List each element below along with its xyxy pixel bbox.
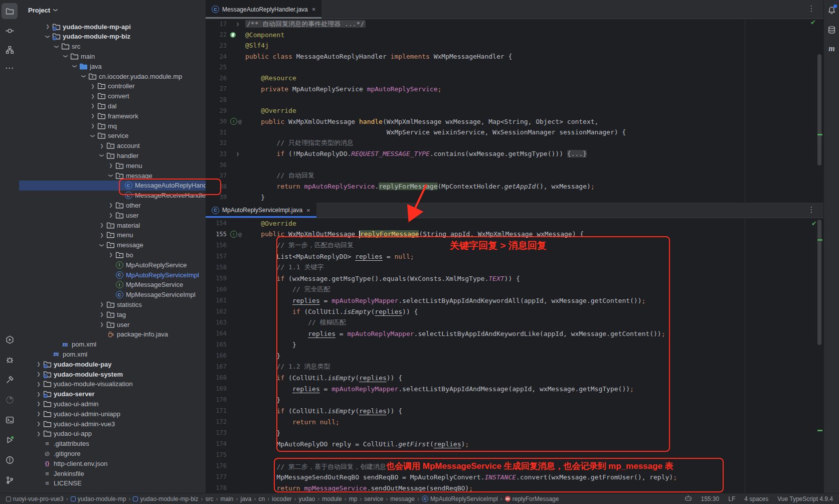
code-line-25[interactable]: 25 (206, 62, 823, 73)
code-line-23[interactable]: 23@Slf4j (206, 40, 823, 51)
tab-message-auto-reply-handler[interactable]: C MessageAutoReplyHandler.java × (206, 0, 321, 19)
tree-item-user[interactable]: ❯user (19, 319, 206, 329)
toolbar-problems-icon[interactable] (2, 452, 18, 468)
tab-mp-auto-reply-service-impl[interactable]: C MpAutoReplyServiceImpl.java × (206, 203, 316, 218)
chevron-collapsed-icon[interactable]: ❯ (89, 94, 97, 99)
tree-item-message[interactable]: ❯message (19, 171, 206, 181)
scrollbar-top[interactable] (817, 54, 821, 165)
chevron-collapsed-icon[interactable]: ❯ (107, 203, 115, 208)
chevron-collapsed-icon[interactable]: ❯ (35, 372, 43, 377)
code-line-174[interactable]: 174 MpAutoReplyDO reply = CollUtil.getFi… (206, 438, 823, 449)
chevron-collapsed-icon[interactable]: ❯ (89, 103, 97, 108)
code-line-156[interactable]: 156 // 第一步，匹配自动回复 (206, 240, 823, 251)
code-line-33[interactable]: 33❯ if (!MpAutoReplyDO.REQUEST_MESSAGE_T… (206, 148, 823, 159)
code-line-17[interactable]: 17❯/** 自动回复消息的事件处理器 ...*/ (206, 19, 823, 30)
code-line-175[interactable]: 175 (206, 449, 823, 460)
chevron-expanded-icon[interactable]: ❯ (99, 151, 104, 159)
tree-item-MessageAutoReplyHandler[interactable]: CMessageAutoReplyHandler (19, 181, 206, 191)
tree-item-tag[interactable]: ❯tag (19, 309, 206, 319)
code-line-38[interactable]: 38 return mpAutoReplyService.replyForMes… (206, 181, 823, 192)
tree-item-yudao-server[interactable]: ❯yudao-server (19, 389, 206, 399)
code-line-160[interactable]: 160 // 完全匹配 (206, 284, 823, 295)
chevron-expanded-icon[interactable]: ❯ (90, 132, 95, 140)
chevron-collapsed-icon[interactable]: ❯ (35, 392, 43, 397)
tree-item-account[interactable]: ❯account (19, 141, 206, 151)
chevron-collapsed-icon[interactable]: ❯ (98, 312, 106, 317)
code-line-32[interactable]: 32 // 只处理指定类型的消息 (206, 138, 823, 149)
breadcrumb-yudao[interactable]: yudao (299, 495, 315, 502)
tree-item-yudao-ui-app[interactable]: ❯yudao-ui-app (19, 429, 206, 439)
tree-item-statistics[interactable]: ❯statistics (19, 299, 206, 309)
tree-item-MpMessageServiceImpl[interactable]: CMpMessageServiceImpl (19, 290, 206, 300)
code-line-28[interactable]: 28 (206, 94, 823, 105)
code-line-30[interactable]: 30↑@ public WxMpXmlOutMessage handle(WxM… (206, 116, 823, 127)
tree-item-MessageReceiveHandler[interactable]: CMessageReceiveHandler (19, 191, 206, 201)
code-line-176[interactable]: 176 // 第二步，基于自动回复，创建消息也会调用 MpMessageServ… (206, 460, 823, 471)
file-type[interactable]: Vue TypeScript 4.9.4 (777, 495, 833, 502)
code-line-29[interactable]: 29 @Override (206, 105, 823, 116)
chevron-collapsed-icon[interactable]: ❯ (98, 302, 106, 307)
tree-item-service[interactable]: ❯service (19, 131, 206, 141)
toolbar-build-icon[interactable] (2, 372, 18, 388)
tree-item-dal[interactable]: ❯dal (19, 101, 206, 111)
tree-item-other[interactable]: ❯other (19, 200, 206, 210)
code-line-39[interactable]: 39 } (206, 192, 823, 203)
tree-item-yudao-module-mp-biz[interactable]: ❯yudao-module-mp-biz (19, 32, 206, 42)
breadcrumb-module[interactable]: module (322, 495, 342, 502)
tree-item-LICENSE[interactable]: ≡LICENSE (19, 478, 206, 488)
toolbar-commit-icon[interactable] (2, 23, 18, 39)
code-line-157[interactable]: 157 List<MpAutoReplyDO> replies = null; (206, 251, 823, 262)
chevron-collapsed-icon[interactable]: ❯ (89, 123, 97, 128)
tree-item-MpMessageService[interactable]: IMpMessageService (19, 280, 206, 290)
breadcrumb-src[interactable]: src (206, 495, 214, 502)
tree-item-src[interactable]: ❯src (19, 42, 206, 52)
tree-item-cn.iocoder.yudao.module.mp[interactable]: ❯cn.iocoder.yudao.module.mp (19, 71, 206, 81)
chevron-collapsed-icon[interactable]: ❯ (98, 223, 106, 228)
chevron-collapsed-icon[interactable]: ❯ (35, 421, 43, 426)
tree-item-Jenkinsfile[interactable]: ≡Jenkinsfile (19, 468, 206, 478)
tree-item-pom.xml[interactable]: mpom.xml (19, 349, 206, 359)
caret-position[interactable]: 155:30 (701, 495, 720, 502)
tree-item-yudao-ui-admin-vue3[interactable]: ❯yudao-ui-admin-vue3 (19, 419, 206, 429)
tree-item-yudao-module-visualization[interactable]: ❯yudao-module-visualization (19, 379, 206, 389)
code-line-163[interactable]: 163 // 模糊匹配 (206, 317, 823, 328)
code-line-159[interactable]: 159 if (wxMessage.getMsgType().equals(Wx… (206, 273, 823, 284)
code-line-36[interactable]: 36 (206, 159, 823, 171)
breadcrumb-java[interactable]: java (241, 495, 252, 502)
tree-item-handler[interactable]: ❯handler (19, 150, 206, 160)
tree-item-.gitattributes[interactable]: ≡.gitattributes (19, 439, 206, 449)
tree-item-.gitignore[interactable]: ⊘.gitignore (19, 448, 206, 458)
code-line-166[interactable]: 166 } (206, 350, 823, 361)
tree-item-menu[interactable]: ❯menu (19, 230, 206, 240)
chevron-collapsed-icon[interactable]: ❯ (35, 382, 43, 387)
tree-item-pom.xml[interactable]: mpom.xml (19, 340, 206, 350)
scrollbar-bottom[interactable] (817, 220, 821, 345)
breadcrumb-mp[interactable]: mp (349, 495, 358, 502)
chevron-collapsed-icon[interactable]: ❯ (35, 362, 43, 367)
code-line-167[interactable]: 167 // 1.2 消息类型 (206, 361, 823, 372)
chevron-expanded-icon[interactable]: ❯ (81, 72, 86, 80)
tree-item-framework[interactable]: ❯framework (19, 111, 206, 121)
tree-item-MpAutoReplyServiceImpl[interactable]: CMpAutoReplyServiceImpl (19, 270, 206, 280)
tree-item-yudao-module-system[interactable]: ❯yudao-module-system (19, 369, 206, 379)
code-line-162[interactable]: 162 if (CollUtil.isEmpty(replies)) { (206, 306, 823, 317)
chevron-collapsed-icon[interactable]: ❯ (98, 322, 106, 327)
toolbar-run-icon[interactable] (2, 331, 18, 348)
toolbar-more-icon[interactable]: ⋯ (2, 60, 18, 76)
code-line-22[interactable]: 22@Component (206, 30, 823, 41)
code-line-24[interactable]: 24public class MessageAutoReplyHandler i… (206, 51, 823, 62)
tree-item-message[interactable]: ❯message (19, 240, 206, 250)
code-line-169[interactable]: 169 replies = mpAutoReplyMapper.selectLi… (206, 383, 823, 394)
breadcrumb-cn[interactable]: cn (259, 495, 265, 502)
indent-setting[interactable]: 4 spaces (744, 495, 768, 502)
tree-item-yudao-ui-admin[interactable]: ❯yudao-ui-admin (19, 399, 206, 409)
toolbar-project-icon[interactable] (2, 3, 18, 19)
breadcrumb-iocoder[interactable]: iocoder (272, 495, 291, 502)
chevron-expanded-icon[interactable]: ❯ (108, 172, 113, 180)
chevron-collapsed-icon[interactable]: ❯ (89, 84, 97, 89)
chevron-down-icon[interactable]: ❯ (53, 8, 58, 12)
copilot-icon[interactable] (685, 494, 692, 503)
toolbar-database-icon[interactable] (824, 22, 839, 38)
toolbar-terminal-icon[interactable] (2, 412, 18, 428)
close-icon[interactable]: × (306, 207, 310, 214)
